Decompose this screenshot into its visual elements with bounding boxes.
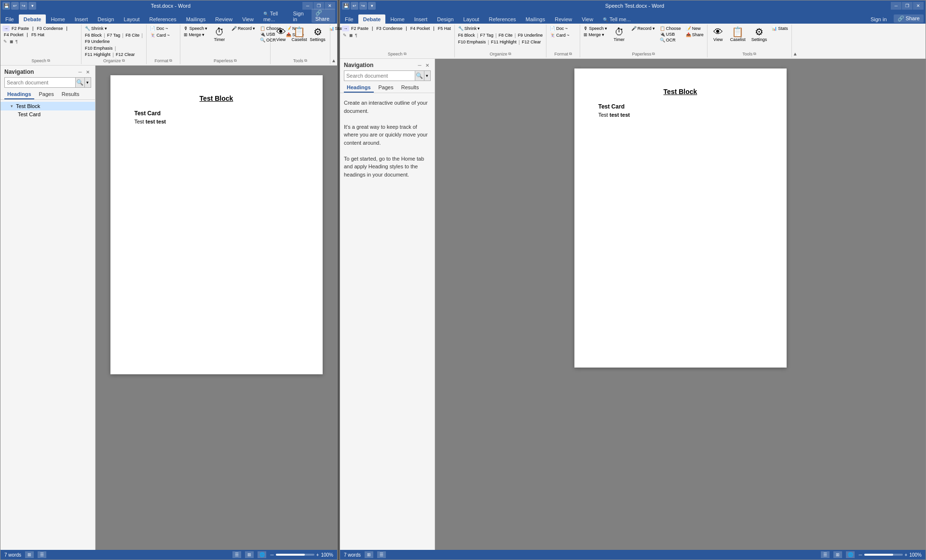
timer-btn-left[interactable]: ⏱ Timer — [211, 26, 228, 43]
f7tag-btn-right[interactable]: F7 Tag — [479, 32, 495, 38]
f4pocket-btn-left[interactable]: | — [65, 26, 68, 31]
tab-design-left[interactable]: Design — [93, 14, 119, 24]
tab-tellme-right[interactable]: 🔍 Tell me... — [598, 14, 636, 24]
f5hat-btn-right[interactable]: F5 Hat — [436, 26, 452, 31]
left-zoom-slider[interactable] — [276, 554, 314, 556]
f8cite-btn-right[interactable]: F8 Cite — [497, 32, 514, 38]
tab-references-left[interactable]: References — [145, 14, 181, 24]
f4pocket-label-left[interactable]: F4 Pocket — [2, 32, 25, 38]
right-search-input[interactable] — [344, 70, 415, 81]
left-zoom-out[interactable]: ─ — [270, 552, 273, 558]
caselist-btn-right[interactable]: 📋 Caselist — [728, 26, 748, 43]
right-zoom-out[interactable]: ─ — [858, 552, 862, 558]
usb-btn-right[interactable]: 🔌USB — [658, 31, 682, 37]
ribbon-expand-right[interactable]: ▲ — [793, 51, 798, 56]
f7tag-btn-left[interactable]: F7 Tag — [106, 32, 122, 38]
paperless-launcher-left[interactable]: ⧉ — [234, 58, 237, 63]
format-launcher-left[interactable]: ⧉ — [169, 58, 172, 63]
f10emphasis-btn-left[interactable]: F10 Emphasis — [83, 45, 114, 51]
nav-item-testblock-left[interactable]: ▾ Test Block — [0, 102, 95, 110]
f9underline-btn-right[interactable]: F9 Underline — [517, 32, 545, 38]
right-view-web[interactable]: 🌐 — [846, 551, 855, 558]
right-word-count-icon[interactable]: ⊞ — [365, 551, 373, 558]
card-btn-right[interactable]: 🃏Card ~ — [548, 32, 571, 38]
nav-close-right[interactable]: ✕ — [424, 62, 431, 68]
tab-design-right[interactable]: Design — [432, 14, 458, 24]
bold-left[interactable]: ◼ — [9, 39, 14, 44]
left-search-dropdown[interactable]: ▾ — [85, 77, 92, 88]
left-nav-tab-pages[interactable]: Pages — [36, 90, 57, 99]
restore-btn-right[interactable]: ❐ — [902, 2, 912, 10]
left-view-web[interactable]: 🌐 — [258, 551, 266, 558]
tab-review-left[interactable]: Review — [210, 14, 237, 24]
f4pocket-btn-right[interactable]: F4 Pocket — [409, 26, 432, 31]
tab-home-right[interactable]: Home — [385, 14, 409, 24]
tab-insert-right[interactable]: Insert — [409, 14, 433, 24]
tab-review-right[interactable]: Review — [550, 14, 577, 24]
redo-qat-btn-right[interactable]: ↪ — [359, 2, 367, 10]
f12clear-btn-left[interactable]: F12 Clear — [114, 52, 136, 57]
f11highlight-btn-right[interactable]: F11 Highlight — [490, 39, 518, 45]
tab-file-right[interactable]: File — [340, 14, 358, 24]
paperless-speech-btn-left[interactable]: 🎙Speech▾ — [182, 26, 209, 31]
nav-minimize-left[interactable]: ─ — [77, 68, 83, 75]
nav-minimize-right[interactable]: ─ — [416, 62, 423, 68]
paperless-share-btn-right[interactable]: 📤Share — [684, 32, 705, 38]
left-view-layout[interactable]: ⊞ — [245, 551, 254, 558]
caselist-btn-left[interactable]: 📋 Caselist — [291, 26, 308, 43]
paperless-speech-btn-right[interactable]: 🎙Speech▾ — [582, 26, 609, 31]
left-nav-tab-results[interactable]: Results — [59, 90, 82, 99]
organize-launcher-left[interactable]: ⧉ — [122, 58, 125, 63]
f5hat-btn-left[interactable]: | — [26, 32, 29, 38]
right-view-normal[interactable]: ☰ — [821, 551, 830, 558]
minimize-btn-right[interactable]: ─ — [891, 2, 901, 10]
stats-btn-right[interactable]: 📊Stats — [770, 26, 790, 31]
right-nav-tab-results[interactable]: Results — [398, 83, 422, 93]
pilcrow-left[interactable]: ¶ — [14, 39, 19, 44]
pilcrow-right[interactable]: ¶ — [354, 32, 358, 38]
right-search-btn[interactable]: 🔍 — [415, 70, 424, 81]
italic-right[interactable]: ✎ — [342, 32, 348, 38]
right-zoom-in[interactable]: + — [905, 552, 908, 558]
nav-item-testcard-left[interactable]: Test Card — [0, 110, 95, 118]
close-btn-right[interactable]: ✕ — [913, 2, 924, 10]
right-nav-tab-pages[interactable]: Pages — [376, 83, 396, 93]
tab-tellme-left[interactable]: 🔍 Tell me... — [259, 9, 288, 24]
signin-left[interactable]: Sign in — [288, 9, 310, 24]
f5hat-label-left[interactable]: F5 Hat — [30, 32, 46, 38]
doc-btn-left[interactable]: 📄Doc ~ — [149, 26, 169, 31]
save-qat-btn-right[interactable]: 💾 — [342, 2, 350, 10]
tab-mailings-left[interactable]: Mailings — [181, 14, 210, 24]
f9underline-btn-left[interactable]: F9 Underline — [83, 39, 111, 44]
ocr-btn-right[interactable]: 🔍OCR — [658, 37, 682, 43]
ribbon-expand-left[interactable]: ▲ — [331, 58, 336, 63]
f2paste-btn-left[interactable]: F2 Paste — [10, 26, 30, 31]
f6block-btn-right[interactable]: F6 Block — [457, 32, 477, 38]
share-btn-right[interactable]: 🔗 Share — [894, 14, 924, 23]
f6block-btn-left[interactable]: F6 Block — [83, 32, 103, 38]
f3condense-btn-left[interactable]: | — [31, 26, 35, 31]
view-btn-right[interactable]: 👁 View — [709, 26, 727, 43]
tab-file-left[interactable]: File — [0, 14, 19, 24]
doc-btn-right[interactable]: 📄Doc ~ — [548, 26, 569, 31]
left-word-count-icon[interactable]: ⊞ — [25, 551, 34, 558]
tab-layout-right[interactable]: Layout — [459, 14, 484, 24]
speech-launcher-right[interactable]: ⧉ — [404, 52, 407, 56]
undo-qat-btn[interactable]: ↩ — [11, 2, 19, 10]
right-view-layout[interactable]: ⊞ — [833, 551, 842, 558]
left-search-input[interactable] — [4, 77, 76, 88]
left-view-normal[interactable]: ☰ — [232, 551, 241, 558]
paperless-launcher-right[interactable]: ⧉ — [652, 52, 655, 56]
f11highlight-btn-left[interactable]: F11 Highlight — [83, 52, 112, 57]
tab-layout-left[interactable]: Layout — [119, 14, 145, 24]
signin-right[interactable]: Sign in — [866, 14, 892, 24]
tab-mailings-right[interactable]: Mailings — [521, 14, 550, 24]
left-zoom-in[interactable]: + — [316, 552, 319, 558]
format-launcher-right[interactable]: ⧉ — [569, 52, 572, 56]
left-arrow-btn-right[interactable]: → — [342, 26, 349, 31]
left-arrow-btn[interactable]: → — [2, 26, 10, 31]
nav-close-left[interactable]: ✕ — [84, 68, 91, 75]
f3condense-btn-right[interactable]: F3 Condense — [375, 26, 404, 31]
organize-launcher-right[interactable]: ⧉ — [508, 52, 511, 56]
f3condense-label-left[interactable]: F3 Condense — [35, 26, 64, 31]
